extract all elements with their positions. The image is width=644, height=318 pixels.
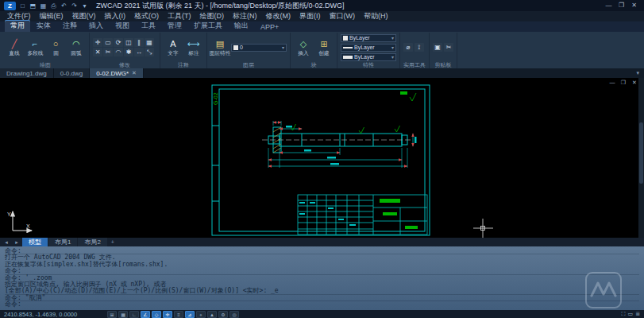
doc-tab-drawing1[interactable]: Drawing1.dwg: [0, 68, 54, 78]
dyn-toggle[interactable]: ⊿: [185, 311, 195, 318]
document-tab-bar: Drawing1.dwg 0-0.dwg 0-02.DWG* ✕ ▾: [0, 68, 644, 78]
layer-properties-button[interactable]: ▤ 图层特性: [210, 38, 229, 57]
minimize-button[interactable]: —: [603, 1, 615, 10]
tab-layout1[interactable]: 布局1: [48, 238, 77, 246]
cut-icon[interactable]: ✂: [444, 43, 453, 52]
ribbon-group-clipboard-label: 剪贴板: [433, 61, 453, 68]
doc-tab-0-02[interactable]: 0-02.DWG* ✕: [90, 68, 144, 78]
layer-dropdown[interactable]: 0 ▾: [231, 44, 287, 52]
tab-layout2[interactable]: 布局2: [78, 238, 106, 246]
erase-icon[interactable]: ✕: [93, 48, 102, 56]
undo-icon[interactable]: ↶: [60, 2, 68, 10]
scale-icon[interactable]: ⤡: [145, 48, 154, 56]
mirror-icon[interactable]: ◫: [124, 38, 133, 47]
zwcad-window: Z □ ⬒ ▦ ⎙ ↶ ↷ ▾ ZWCAD 2021 试用版 (剩余 21 天)…: [0, 0, 644, 318]
ribbon-tab-app[interactable]: APP+: [255, 22, 284, 32]
new-file-icon[interactable]: □: [18, 2, 27, 10]
ribbon-tab-home[interactable]: 常用: [5, 20, 30, 32]
ribbon-tab-tools[interactable]: 工具: [136, 20, 161, 32]
array-icon[interactable]: ▦: [145, 38, 154, 47]
chevron-down-icon: ▾: [391, 45, 394, 50]
arc-button[interactable]: ◠ 圆弧: [67, 38, 86, 57]
text-button[interactable]: A 文字: [164, 38, 183, 57]
surface-finish-marks: [291, 93, 416, 134]
mdi-restore-button[interactable]: ❐: [619, 79, 628, 87]
offset-icon[interactable]: ∥: [134, 38, 144, 47]
create-block-button[interactable]: ⊞ 创建: [314, 38, 334, 57]
ribbon-tab-express[interactable]: 扩展工具: [188, 20, 228, 32]
command-line: [全部(A)/中心(C)/动态(D)/范围(E)/上一个(P)/比例(S)/窗口…: [5, 288, 639, 294]
maximize-button[interactable]: ❐: [615, 1, 627, 10]
polyline-button[interactable]: ⌐ 多段线: [25, 38, 44, 57]
tab-list-icon[interactable]: ▾: [631, 68, 644, 78]
canvas-scrollbar[interactable]: [638, 78, 644, 238]
color-dropdown[interactable]: ByLayer ▾: [341, 34, 396, 42]
extension-lines: [268, 121, 407, 168]
layout-prev-icon[interactable]: ◂: [2, 238, 11, 246]
paste-icon[interactable]: ▣: [433, 43, 442, 52]
tab-model[interactable]: 模型: [22, 238, 48, 246]
circle-button[interactable]: ○ 圆: [46, 38, 65, 57]
explode-icon[interactable]: ✱: [124, 48, 133, 56]
lineweight-dropdown[interactable]: ByLayer ▾: [341, 53, 396, 61]
annotation-toggle[interactable]: ▲: [207, 311, 217, 318]
linetype-dropdown[interactable]: ByLayer ▾: [341, 44, 396, 52]
copy-icon[interactable]: ▭: [103, 38, 113, 47]
fullscreen-icon[interactable]: ⛶: [622, 310, 626, 318]
redo-icon[interactable]: ↷: [70, 2, 79, 10]
menu-window[interactable]: 窗口(W): [330, 11, 356, 21]
clean-screen-icon[interactable]: ▭: [628, 310, 634, 318]
ribbon-tab-view[interactable]: 视图: [110, 20, 135, 32]
ribbon-group-draw-label: 绘图: [5, 61, 86, 68]
layout-next-icon[interactable]: ▸: [12, 238, 21, 246]
stretch-icon[interactable]: ↔: [134, 48, 144, 56]
lineweight-toggle[interactable]: ≡: [174, 311, 183, 318]
mdi-close-button[interactable]: ✕: [630, 79, 639, 87]
insert-block-button[interactable]: ◇ 插入: [294, 38, 313, 57]
isolate-toggle[interactable]: ◎: [229, 311, 239, 318]
qat-more-icon[interactable]: ▾: [80, 2, 89, 10]
menu-help[interactable]: 帮助(H): [364, 11, 388, 21]
ribbon-group-layers-label: 图层: [210, 61, 287, 68]
scrollbar-thumb[interactable]: [639, 122, 643, 183]
move-icon[interactable]: ✛: [93, 38, 102, 47]
snap-toggle[interactable]: ⊞: [107, 311, 117, 318]
menu-interface[interactable]: 界面(I): [299, 11, 321, 21]
add-layout-icon[interactable]: +: [108, 238, 118, 246]
ortho-toggle[interactable]: ∟: [129, 311, 139, 318]
measure-icon[interactable]: ⌀: [403, 43, 413, 52]
open-file-icon[interactable]: ⬒: [29, 2, 37, 10]
close-tab-icon[interactable]: ✕: [132, 70, 137, 76]
ribbon-group-utilities: ⌀ ⟟ 实用工具: [400, 33, 430, 68]
ribbon-group-clipboard: ▣ ✂ 剪贴板: [430, 33, 457, 68]
fillet-icon[interactable]: ◠: [114, 48, 123, 56]
ribbon-tab-output[interactable]: 输出: [229, 20, 254, 32]
ribbon: ╱ 直线 ⌐ 多段线 ○ 圆 ◠ 圆弧 绘图: [0, 32, 644, 68]
close-button[interactable]: ✕: [628, 1, 640, 10]
ribbon-tab-annotate[interactable]: 注释: [57, 20, 83, 32]
workspace-toggle[interactable]: ⚙: [218, 311, 228, 318]
ribbon-tab-solid[interactable]: 实体: [31, 20, 56, 32]
drawing-canvas[interactable]: — ❐ ✕ G-02: [0, 78, 644, 238]
menu-modify[interactable]: 修改(M): [266, 11, 291, 21]
doc-tab-0-0[interactable]: 0-0.dwg: [54, 68, 90, 78]
layout-tab-bar: ◂ ▸ 模型 布局1 布局2 +: [0, 238, 644, 246]
ucs-toggle[interactable]: ⌖: [196, 311, 206, 318]
ribbon-tab-insert[interactable]: 插入: [83, 20, 109, 32]
save-icon[interactable]: ▦: [39, 2, 48, 10]
mdi-minimize-button[interactable]: —: [607, 79, 617, 87]
ribbon-tab-manage[interactable]: 管理: [162, 20, 187, 32]
trim-icon[interactable]: ✂: [103, 48, 113, 56]
etrack-toggle[interactable]: ✛: [163, 311, 172, 318]
status-menu-icon[interactable]: ≣: [635, 310, 640, 318]
command-panel[interactable]: 命令: 打开一个 AutoCAD 2004 DWG 文件. 正在恢复字体[sim…: [0, 246, 644, 310]
polar-toggle[interactable]: ∠: [141, 311, 150, 318]
rotate-icon[interactable]: ⟳: [114, 38, 123, 47]
esnap-toggle[interactable]: ◇: [152, 311, 161, 318]
point-icon[interactable]: ⟟: [415, 43, 424, 52]
command-input-line[interactable]: 命令:: [5, 301, 639, 308]
grid-toggle[interactable]: ▦: [118, 311, 128, 318]
line-button[interactable]: ╱ 直线: [5, 38, 24, 57]
dimension-button[interactable]: ⟷ 标注: [184, 38, 203, 57]
plot-icon[interactable]: ⎙: [49, 2, 58, 10]
